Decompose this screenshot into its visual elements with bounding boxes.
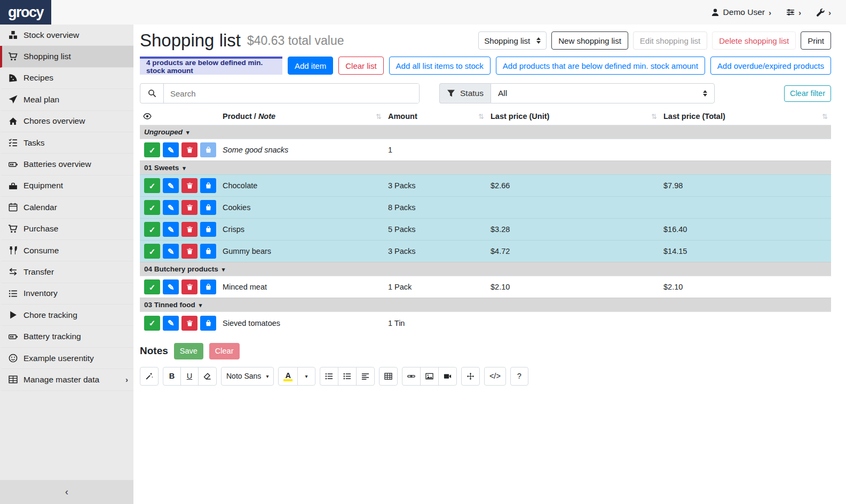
sidebar-item-chores-overview[interactable]: Chores overview [0, 111, 133, 132]
shopping-list-select[interactable]: Shopping list [478, 31, 547, 50]
add-below-min-stock-button[interactable]: Add products that are below defined min.… [496, 57, 705, 75]
add-to-stock-button[interactable] [200, 244, 216, 259]
mark-done-button[interactable]: ✓ [144, 222, 160, 237]
column-header-product[interactable]: Product / Note⇅ [219, 108, 385, 125]
style-magic-button[interactable] [140, 367, 159, 386]
edit-item-button[interactable]: ✎ [163, 200, 179, 215]
mark-done-button[interactable]: ✓ [144, 244, 160, 259]
chevron-right-icon: › [125, 375, 128, 384]
settings-menu[interactable]: › [786, 8, 801, 17]
delete-item-button[interactable] [181, 142, 197, 157]
notes-clear-button[interactable]: Clear [209, 343, 240, 359]
bold-button[interactable]: B [163, 367, 181, 386]
add-to-stock-button[interactable] [200, 178, 216, 193]
edit-item-button[interactable]: ✎ [163, 142, 179, 157]
edit-item-button[interactable]: ✎ [163, 279, 179, 294]
last-price-total [660, 312, 831, 334]
ordered-list-button[interactable] [338, 367, 357, 386]
edit-item-button[interactable]: ✎ [163, 244, 179, 259]
add-to-stock-button[interactable] [200, 200, 216, 215]
admin-menu[interactable]: › [816, 8, 831, 17]
edit-item-button[interactable]: ✎ [163, 222, 179, 237]
sliders-icon [786, 8, 795, 17]
sidebar-item-battery-tracking[interactable]: Battery tracking [0, 326, 133, 347]
insert-table-button[interactable] [379, 367, 398, 386]
new-shopping-list-button[interactable]: New shopping list [551, 31, 628, 50]
delete-item-button[interactable] [181, 316, 197, 331]
delete-item-button[interactable] [181, 244, 197, 259]
sidebar-item-purchase[interactable]: Purchase [0, 219, 133, 240]
status-filter-select[interactable]: All [491, 83, 715, 103]
add-to-stock-button[interactable] [200, 142, 216, 157]
sidebar-item-stock-overview[interactable]: Stock overview [0, 25, 133, 46]
column-header-amount[interactable]: Amount⇅ [385, 108, 487, 125]
group-header-tinned-food[interactable]: 03 Tinned food▾ [140, 298, 831, 312]
text-color-button[interactable]: A [278, 367, 297, 386]
add-to-stock-button[interactable] [200, 316, 216, 331]
edit-shopping-list-button[interactable]: Edit shopping list [633, 31, 707, 50]
insert-picture-button[interactable] [420, 367, 439, 386]
mark-done-button[interactable]: ✓ [144, 178, 160, 193]
notes-save-button[interactable]: Save [174, 343, 203, 359]
sidebar-collapse-button[interactable]: ‹ [0, 480, 133, 504]
sidebar-item-recipes[interactable]: Recipes [0, 68, 133, 89]
delete-item-button[interactable] [181, 279, 197, 294]
print-button[interactable]: Print [801, 31, 831, 50]
text-color-dropdown-button[interactable]: ▾ [297, 367, 315, 386]
sort-icon: ⇅ [651, 113, 657, 121]
sidebar-item-consume[interactable]: Consume [0, 240, 133, 261]
column-header-price-unit[interactable]: Last price (Unit)⇅ [487, 108, 660, 125]
delete-item-button[interactable] [181, 178, 197, 193]
mark-done-button[interactable]: ✓ [144, 142, 160, 157]
edit-item-button[interactable]: ✎ [163, 178, 179, 193]
sidebar-item-calendar[interactable]: Calendar [0, 197, 133, 218]
clear-list-button[interactable]: Clear list [338, 57, 383, 75]
sidebar-item-inventory[interactable]: Inventory [0, 283, 133, 305]
clear-formatting-button[interactable] [198, 367, 217, 386]
visibility-column-header[interactable] [140, 108, 219, 125]
edit-item-button[interactable]: ✎ [163, 316, 179, 331]
group-header-ungrouped[interactable]: Ungrouped▾ [140, 125, 831, 139]
delete-item-button[interactable] [181, 200, 197, 215]
column-header-price-total[interactable]: Last price (Total)⇅ [660, 108, 831, 125]
delete-item-button[interactable] [181, 222, 197, 237]
sidebar-item-transfer[interactable]: Transfer [0, 261, 133, 283]
last-price-unit: $2.10 [487, 276, 660, 298]
sidebar-item-tasks[interactable]: Tasks [0, 132, 133, 154]
group-header-sweets[interactable]: 01 Sweets▾ [140, 161, 831, 175]
filter-funnel-icon [447, 89, 455, 98]
mark-done-button[interactable]: ✓ [144, 279, 160, 294]
sidebar-item-chore-tracking[interactable]: Chore tracking [0, 305, 133, 326]
search-input[interactable] [164, 84, 419, 103]
underline-button[interactable]: U [180, 367, 199, 386]
fullscreen-button[interactable] [461, 367, 480, 386]
sidebar-item-example-userentity[interactable]: Example userentity [0, 348, 133, 369]
delete-shopping-list-button[interactable]: Delete shopping list [712, 31, 796, 50]
mark-done-button[interactable]: ✓ [144, 316, 160, 331]
pizza-slice-icon [9, 74, 18, 83]
clear-filter-button[interactable]: Clear filter [784, 85, 831, 102]
battery-icon [9, 160, 18, 169]
add-to-stock-button[interactable] [200, 222, 216, 237]
sidebar-item-manage-master-data[interactable]: Manage master data › [0, 369, 133, 390]
trash-icon [186, 146, 193, 154]
mark-done-button[interactable]: ✓ [144, 200, 160, 215]
insert-link-button[interactable] [402, 367, 421, 386]
unordered-list-button[interactable] [320, 367, 338, 386]
sidebar-item-meal-plan[interactable]: Meal plan [0, 89, 133, 110]
add-item-button[interactable]: Add item [288, 57, 333, 75]
notes-editor-content[interactable] [140, 389, 831, 504]
add-to-stock-button[interactable] [200, 279, 216, 294]
code-view-button[interactable]: </> [484, 367, 506, 386]
font-family-button[interactable]: Noto Sans▾ [221, 367, 274, 386]
help-button[interactable]: ? [510, 367, 528, 386]
sidebar-item-shopping-list[interactable]: Shopping list [0, 46, 133, 67]
sidebar-item-batteries-overview[interactable]: Batteries overview [0, 154, 133, 175]
group-header-butchery[interactable]: 04 Butchery products▾ [140, 262, 831, 276]
insert-video-button[interactable] [438, 367, 457, 386]
paragraph-align-button[interactable] [356, 367, 375, 386]
sidebar-item-equipment[interactable]: Equipment [0, 175, 133, 197]
add-all-to-stock-button[interactable]: Add all list items to stock [389, 57, 491, 75]
user-menu[interactable]: Demo User › [711, 7, 771, 17]
add-overdue-button[interactable]: Add overdue/expired products [710, 57, 831, 75]
